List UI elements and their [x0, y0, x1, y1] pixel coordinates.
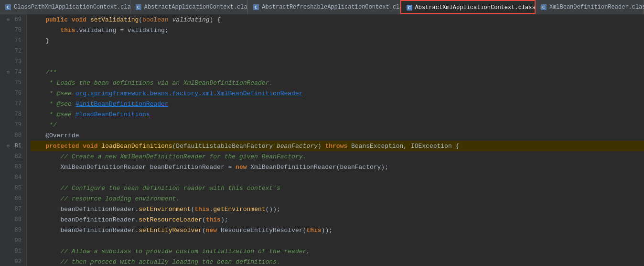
class-icon: C — [5, 4, 11, 11]
class-icon: C — [253, 4, 259, 11]
spacer — [4, 162, 12, 172]
spacer — [4, 109, 12, 120]
code-line-88: beanDefinitionReader.setResourceLoader(t… — [31, 214, 644, 225]
code-line-83: XmlBeanDefinitionReader beanDefinitionRe… — [31, 162, 644, 172]
line-number: 83 — [12, 164, 24, 170]
spacer — [4, 256, 12, 266]
tab-label: AbstractApplicationContext.class — [144, 4, 254, 11]
code-text: // Configure the bean definition reader … — [31, 185, 280, 192]
gutter-row: 75 — [0, 78, 26, 88]
expand-icon[interactable]: ⊖ — [4, 14, 12, 25]
spacer — [4, 193, 12, 204]
code-text: // then proceed with actually loading th… — [31, 258, 280, 266]
line-number: 82 — [12, 153, 24, 160]
gutter-row: 79 — [0, 120, 26, 130]
spacer — [4, 99, 12, 109]
code-line-81: ▶ protected void loadBeanDefinitions(Def… — [31, 141, 644, 151]
code-line-90 — [31, 235, 644, 246]
spacer — [4, 246, 12, 256]
tab-abstractrefresh[interactable]: C AbstractRefreshableApplicationContext.… — [248, 0, 400, 14]
code-line-79: */ — [31, 120, 644, 130]
code-line-69: public void setValidating(boolean valida… — [31, 14, 644, 25]
line-number: 70 — [12, 27, 24, 33]
line-number: 74 — [12, 69, 24, 76]
code-line-87: beanDefinitionReader.setEnvironment(this… — [31, 204, 644, 214]
code-line-73 — [31, 56, 644, 67]
gutter-row: 82 — [0, 151, 26, 162]
tab-label: AbstractXmlApplicationContext.class — [415, 4, 536, 11]
spacer — [4, 25, 12, 35]
code-text: // resource loading environment. — [31, 195, 180, 202]
spacer — [4, 88, 12, 99]
code-text: protected void loadBeanDefinitions(Defau… — [31, 143, 459, 150]
gutter-row: ⊖ 69 — [0, 14, 26, 25]
spacer — [4, 235, 12, 246]
gutter-row: 72 — [0, 46, 26, 56]
gutter-row: 71 — [0, 35, 26, 46]
gutter-row: 90 — [0, 235, 26, 246]
expand-icon[interactable]: ⊖ — [4, 67, 12, 78]
code-line-92: // then proceed with actually loading th… — [31, 256, 644, 266]
tab-abstractapp[interactable]: C AbstractApplicationContext.class — [130, 0, 248, 14]
code-text: public void setValidating(boolean valida… — [31, 16, 221, 23]
line-number: 81 — [12, 143, 24, 149]
gutter-row: 83 — [0, 162, 26, 172]
code-line-91: // Allow a subclass to provide custom in… — [31, 246, 644, 256]
code-line-82: // Create a new XmlBeanDefinitionReader … — [31, 151, 644, 162]
code-editor: ⊖ 69 70 71 72 73 — [0, 14, 644, 266]
code-line-85: // Configure the bean definition reader … — [31, 183, 644, 193]
tab-classpathxml[interactable]: C ClassPathXmlApplicationContext.class — [0, 0, 130, 14]
code-text: @Override — [31, 132, 79, 139]
code-line-78: * @see #loadBeanDefinitions — [31, 109, 644, 120]
gutter-row: 91 — [0, 246, 26, 256]
code-text: * @see #loadBeanDefinitions — [31, 111, 150, 118]
line-number-gutter: ⊖ 69 70 71 72 73 — [0, 14, 27, 266]
line-number: 87 — [12, 206, 24, 212]
svg-text:C: C — [7, 5, 10, 10]
code-text: XmlBeanDefinitionReader beanDefinitionRe… — [31, 164, 388, 171]
code-text: beanDefinitionReader.setEnvironment(this… — [31, 206, 280, 213]
code-text: this.validating = validating; — [31, 27, 169, 34]
line-number: 69 — [12, 16, 24, 23]
line-number: 85 — [12, 185, 24, 191]
code-line-80: @Override — [31, 130, 644, 141]
gutter-row: 77 — [0, 99, 26, 109]
code-line-89: beanDefinitionReader.setEntityResolver(n… — [31, 225, 644, 235]
line-number: 90 — [12, 237, 24, 244]
code-text: */ — [31, 122, 57, 129]
line-number: 72 — [12, 48, 24, 55]
code-text: // Create a new XmlBeanDefinitionReader … — [31, 153, 306, 160]
spacer — [4, 46, 12, 56]
line-number: 76 — [12, 90, 24, 97]
code-content-area: public void setValidating(boolean valida… — [27, 14, 644, 266]
code-line-70: this.validating = validating; — [31, 25, 644, 35]
spacer — [4, 183, 12, 193]
svg-text:C: C — [408, 6, 411, 10]
expand-icon[interactable]: ⊖ — [4, 141, 12, 151]
line-number: 78 — [12, 111, 24, 118]
spacer — [4, 78, 12, 88]
gutter-row: ⊖ 74 — [0, 67, 26, 78]
tab-xmlbeandef[interactable]: C XmlBeanDefinitionReader.class — [536, 0, 644, 14]
spacer — [4, 214, 12, 225]
tab-label: XmlBeanDefinitionReader.class — [549, 4, 644, 11]
line-number: 86 — [12, 195, 24, 202]
code-line-86: // resource loading environment. — [31, 193, 644, 204]
tab-abstractxml[interactable]: C AbstractXmlApplicationContext.class ✕ — [400, 0, 536, 14]
spacer — [4, 204, 12, 214]
line-number: 88 — [12, 216, 24, 223]
line-number: 73 — [12, 58, 24, 65]
tab-close-button[interactable]: ✕ — [540, 4, 543, 11]
svg-text:C: C — [255, 5, 258, 10]
line-number: 79 — [12, 122, 24, 128]
code-text: /** — [31, 69, 57, 76]
spacer — [4, 130, 12, 141]
gutter-row: 92 — [0, 256, 26, 266]
line-number: 92 — [12, 258, 24, 265]
line-number: 75 — [12, 79, 24, 86]
code-line-71: } — [31, 35, 644, 46]
line-number: 71 — [12, 37, 24, 44]
spacer — [4, 35, 12, 46]
code-text: } — [31, 37, 49, 44]
gutter-row: 89 — [0, 225, 26, 235]
